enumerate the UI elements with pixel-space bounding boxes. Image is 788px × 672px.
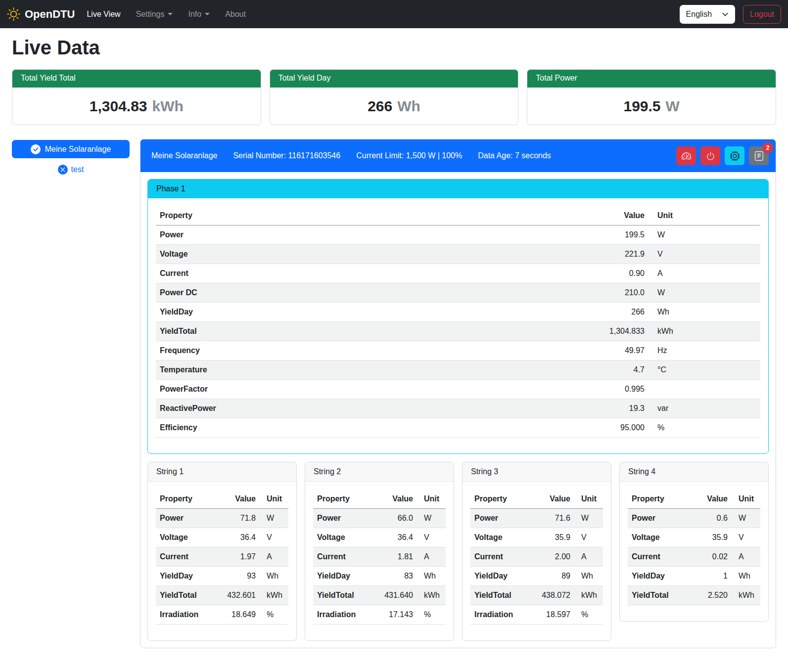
string-title: String 2 bbox=[305, 462, 454, 482]
check-circle-icon bbox=[31, 144, 41, 154]
property-cell: Current bbox=[628, 547, 687, 567]
power-icon bbox=[706, 151, 715, 161]
value-cell: 431.640 bbox=[372, 586, 417, 605]
value-cell: 18.597 bbox=[530, 605, 574, 625]
unit-cell: kWh bbox=[732, 586, 760, 605]
inverter-actions: 2 bbox=[676, 146, 769, 165]
table-row: Current 0.90 A bbox=[156, 264, 760, 283]
chevron-down-icon bbox=[722, 11, 729, 18]
main-row: Meine Solaranlage test Meine Solaranlage… bbox=[12, 139, 776, 648]
value-cell: 93 bbox=[215, 567, 260, 586]
value-cell: 1.81 bbox=[372, 547, 417, 567]
phase-body: Property Value Unit Power bbox=[148, 198, 768, 453]
power-settings-button[interactable] bbox=[700, 146, 720, 165]
table-row: Power 199.5 W bbox=[156, 225, 760, 245]
property-cell: Irradiation bbox=[470, 605, 530, 625]
property-cell: Power bbox=[628, 509, 687, 528]
property-cell: YieldDay bbox=[628, 567, 687, 586]
unit-cell: Wh bbox=[260, 567, 288, 586]
string-card-2: String 2 Property Value Unit bbox=[305, 462, 454, 641]
limit-settings-button[interactable] bbox=[676, 146, 696, 165]
string-table: Property Value Unit bbox=[313, 490, 446, 625]
table-row: Voltage 35.9 V bbox=[628, 528, 760, 547]
table-row: YieldTotal 432.601 kWh bbox=[156, 586, 288, 605]
navbar: OpenDTU Live View Settings Info About En… bbox=[0, 0, 788, 28]
string-card-1: String 1 Property Value Unit bbox=[147, 462, 297, 641]
property-cell: Irradiation bbox=[313, 605, 372, 625]
nav-item-about[interactable]: About bbox=[225, 6, 246, 23]
nav-item-settings[interactable]: Settings bbox=[136, 6, 173, 23]
summary-row: Total Yield Total 1,304.83 kWh Total Yie… bbox=[12, 69, 776, 125]
language-select[interactable]: English bbox=[680, 5, 735, 24]
unit-cell: W bbox=[649, 283, 760, 303]
nav-item-label: About bbox=[225, 10, 246, 19]
table-row: Power DC 210.0 W bbox=[156, 283, 760, 303]
phase-table: Property Value Unit Power bbox=[156, 206, 760, 438]
value-cell: 95.000 bbox=[594, 418, 649, 438]
unit-cell: W bbox=[260, 509, 288, 528]
table-body: Power 66.0 W Voltage 36.4 bbox=[313, 509, 446, 625]
table-row: Power 71.6 W bbox=[470, 509, 603, 528]
table-row: Voltage 36.4 V bbox=[156, 528, 288, 547]
property-cell: PowerFactor bbox=[156, 380, 594, 399]
navbar-right: English Logout bbox=[680, 5, 781, 24]
property-cell: YieldDay bbox=[313, 567, 372, 586]
table-row: PowerFactor 0.995 bbox=[156, 380, 760, 399]
string-body: Property Value Unit bbox=[305, 482, 454, 640]
unit-cell: W bbox=[417, 509, 446, 528]
unit-cell: % bbox=[260, 605, 288, 625]
property-cell: Current bbox=[156, 547, 215, 567]
unit-cell: W bbox=[732, 509, 760, 528]
table-body: Power 199.5 W Voltage 221.9 V bbox=[156, 225, 760, 438]
nav-item-label: Live View bbox=[87, 10, 120, 19]
value-cell: 36.4 bbox=[215, 528, 260, 547]
column-property: Property bbox=[156, 206, 594, 225]
summary-card-value: 199.5 bbox=[623, 98, 660, 115]
column-property: Property bbox=[156, 490, 215, 509]
table-head: Property Value Unit bbox=[156, 206, 760, 225]
table-row: Irradiation 17.143 % bbox=[313, 605, 446, 625]
brand[interactable]: OpenDTU bbox=[7, 7, 75, 21]
string-title: String 1 bbox=[148, 462, 296, 482]
table-row: Temperature 4.7 °C bbox=[156, 360, 760, 380]
summary-card-total-yield-day: Total Yield Day 266 Wh bbox=[270, 69, 519, 125]
unit-cell: % bbox=[649, 418, 760, 438]
property-cell: Efficiency bbox=[156, 418, 594, 438]
table-row: YieldDay 1 Wh bbox=[628, 567, 760, 586]
table-row: Voltage 35.9 V bbox=[470, 528, 603, 547]
page-root: OpenDTU Live View Settings Info About En… bbox=[0, 0, 788, 672]
logout-button[interactable]: Logout bbox=[743, 5, 781, 24]
column-value: Value bbox=[687, 490, 732, 509]
inverter-body: Phase 1 Property Value Unit bbox=[140, 172, 776, 648]
table-row: Power 0.6 W bbox=[628, 509, 760, 528]
unit-cell: V bbox=[732, 528, 760, 547]
caret-down-icon bbox=[168, 13, 173, 15]
table-row: YieldTotal 1,304.833 kWh bbox=[156, 322, 760, 341]
table-row: Voltage 221.9 V bbox=[156, 245, 760, 264]
inverter-test-link[interactable]: test bbox=[12, 165, 130, 175]
value-cell: 0.90 bbox=[594, 264, 649, 283]
inverter-name: Meine Solaranlage bbox=[151, 151, 217, 160]
property-cell: Power bbox=[313, 509, 372, 528]
column-unit: Unit bbox=[417, 490, 446, 509]
table-row: Irradiation 18.649 % bbox=[156, 605, 288, 625]
inverter-select-button[interactable]: Meine Solaranlage bbox=[12, 140, 130, 158]
property-cell: Current bbox=[313, 547, 372, 567]
event-log-button[interactable]: 2 bbox=[749, 146, 769, 165]
nav-item-info[interactable]: Info bbox=[188, 6, 210, 23]
property-cell: Power bbox=[156, 509, 215, 528]
table-row: Current 1.97 A bbox=[156, 547, 288, 567]
property-cell: Power bbox=[470, 509, 530, 528]
inverter-sidebar: Meine Solaranlage test bbox=[12, 139, 130, 175]
table-row: Power 71.8 W bbox=[156, 509, 288, 528]
string-table: Property Value Unit bbox=[470, 490, 603, 625]
property-cell: Current bbox=[156, 264, 594, 283]
summary-card-title: Total Yield Total bbox=[12, 70, 261, 88]
summary-card-title: Total Yield Day bbox=[270, 70, 518, 88]
nav-item-live-view[interactable]: Live View bbox=[87, 6, 120, 23]
value-cell: 35.9 bbox=[530, 528, 574, 547]
inverter-select-label: Meine Solaranlage bbox=[45, 145, 111, 154]
device-info-button[interactable] bbox=[725, 146, 744, 165]
column-unit: Unit bbox=[732, 490, 760, 509]
value-cell: 83 bbox=[372, 567, 417, 586]
